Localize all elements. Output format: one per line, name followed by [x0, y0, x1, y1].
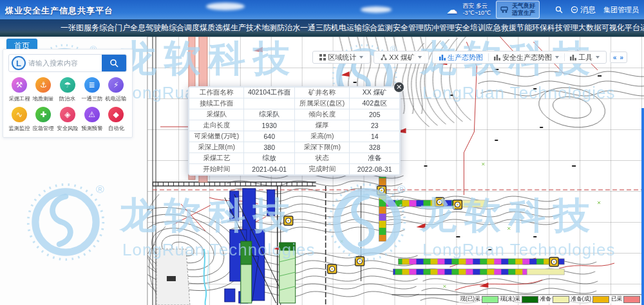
messages-button[interactable]: 消息: [571, 5, 596, 15]
main-nav: 一张图服务 综合门户 全息驾驶舱 综合调度 煤质选煤 生产技术 地测防治水 一通…: [0, 19, 644, 37]
panel-collapse-button[interactable]: « »: [610, 51, 627, 63]
emergency-icon: ✚: [35, 107, 51, 122]
message-icon: [571, 6, 578, 14]
production-situation-button[interactable]: 生产态势图: [437, 53, 486, 62]
app-anquan-fengxian[interactable]: ◈安全风险: [55, 107, 80, 133]
mining-works-icon: ⚒: [12, 77, 27, 93]
legend-swatch: [592, 296, 609, 303]
tools-button[interactable]: 工具: [567, 53, 602, 62]
content-area: ® ® ® ® 龙软科技 龙软科技 LongRuan T: [0, 37, 644, 305]
legend-swatch: [522, 296, 538, 303]
longruan-logo-icon: L: [12, 56, 26, 70]
app-yitong-sanfang[interactable]: ≣一通三防: [80, 77, 104, 103]
longruan-dragon-logo: ®: [26, 182, 106, 262]
mine-node-icon: [381, 54, 387, 60]
warning-icon: ⚠: [84, 107, 100, 122]
chart-icon: [439, 54, 446, 60]
region-stats-icon: [319, 54, 326, 60]
monitoring-icon: ∿: [12, 107, 27, 122]
cloud-icon: ☁: [447, 3, 458, 17]
workface-info-dialog: ✕ 工作面名称402104工作面 矿井名称XX 煤矿 接续工作面 所属采区(盘区…: [188, 86, 401, 176]
nav-item[interactable]: 地测防治水: [261, 23, 300, 33]
chevron-down-icon: [418, 56, 422, 59]
nav-item[interactable]: 防冲管理: [424, 23, 455, 33]
close-icon[interactable]: ✕: [393, 82, 404, 93]
weather-widget: ☁ 西安 多云 -3℃~10℃ 天气良好 适宜生产: [447, 1, 644, 18]
current-user[interactable]: 集团管理员: [603, 5, 639, 15]
nav-item[interactable]: 机电运输: [331, 23, 362, 33]
nav-item[interactable]: 全息驾驶舱: [130, 23, 169, 33]
map-scrollbar[interactable]: [641, 108, 644, 305]
geology-survey-icon: ⚓: [35, 77, 51, 93]
cloud-decoration: [361, 6, 392, 13]
map-toolbar: 区域统计 XX 煤矿 生产态势图 安全生产态势图: [312, 51, 627, 64]
app-jidian-yunshu[interactable]: ⚡机电运输: [104, 77, 128, 103]
search-button[interactable]: [102, 54, 126, 72]
app-jiance-jiankong[interactable]: ∿监测监控: [7, 107, 32, 133]
legend-swatch: [623, 296, 640, 303]
tools-icon: [570, 54, 576, 60]
app-shortcut-grid: ⚒采掘工程 ⚓地质测量 ☂防治水 ≣一通三防 ⚡机电运输 ∿监测监控 ✚应急管理…: [3, 75, 132, 135]
chevron-down-icon: [555, 56, 559, 59]
chevron-down-icon: [359, 56, 363, 59]
nav-item[interactable]: 生产技术: [231, 23, 261, 33]
chevron-down-icon: [596, 56, 600, 59]
nav-item[interactable]: 一通三防: [300, 23, 331, 33]
cloud-decoration: [206, 3, 245, 10]
app-yuce-yujing[interactable]: ⚠预测预警: [80, 107, 104, 133]
electromechanical-icon: ⚡: [108, 77, 124, 93]
surface-gray-area: [156, 249, 190, 305]
nav-item[interactable]: 安全培训: [455, 23, 486, 33]
svg-text:®: ®: [96, 183, 104, 196]
sidebar-quick-panel: L ⚒采掘工程 ⚓地质测量 ☂防治水 ≣一通三防 ⚡机电运输 ∿监测监控 ✚应急…: [3, 49, 133, 138]
top-banner: 煤业安全生产信息共享平台 ☁ 西安 多云 -3℃~10℃ 天气良好 适宜生产: [0, 0, 644, 37]
search-icon: [109, 59, 118, 68]
mine-cart-icon: [500, 6, 509, 14]
app-caijue-gongcheng[interactable]: ⚒采掘工程: [7, 77, 32, 103]
app-fangzhishui[interactable]: ☂防治水: [55, 77, 80, 103]
app-window: { "banner": { "title": "煤业安全生产信息共享平台", "…: [0, 0, 644, 305]
legend-swatch: [482, 296, 498, 303]
nav-item[interactable]: 科技管理: [547, 23, 578, 33]
automation-icon: ◆: [108, 107, 124, 122]
nav-item[interactable]: 节能环保: [516, 23, 547, 33]
ventilation-icon: ≣: [84, 77, 100, 93]
search-input[interactable]: [28, 59, 102, 67]
chart-icon: [494, 54, 500, 60]
mining-status-legend: 现(已)采 现(未)采 准备 准备(成) 已采: [459, 295, 641, 304]
nav-item[interactable]: 安全管理: [393, 23, 424, 33]
safety-production-situation-button[interactable]: 安全生产态势图: [491, 53, 562, 62]
nav-item[interactable]: 煤质选煤: [200, 23, 231, 33]
nav-item[interactable]: 综合监测: [362, 23, 393, 33]
app-dizhi-celiang[interactable]: ⚓地质测量: [32, 77, 56, 103]
legend-swatch: [553, 296, 569, 303]
nav-item[interactable]: 平台运维: [625, 23, 644, 33]
region-stats-button[interactable]: 区域统计: [317, 53, 366, 62]
search-icon[interactable]: [555, 6, 563, 14]
workface-info-table: 工作面名称402104工作面 矿井名称XX 煤矿 接续工作面 所属采区(盘区)4…: [189, 87, 400, 175]
mine-select-button[interactable]: XX 煤矿: [378, 53, 424, 62]
production-weather-badge: 天气良好 适宜生产: [496, 1, 540, 19]
water-control-icon: ☂: [60, 77, 75, 93]
nav-item[interactable]: 大数据可视化: [578, 23, 625, 33]
nav-item[interactable]: 综合门户: [99, 23, 130, 33]
weather-text: 西安 多云 -3℃~10℃: [463, 3, 491, 17]
app-zidonghua[interactable]: ◆自动化: [104, 107, 128, 133]
nav-item[interactable]: 应急救援: [486, 23, 516, 33]
app-yingji-guanli[interactable]: ✚应急管理: [32, 107, 56, 133]
nav-item[interactable]: 综合调度: [169, 23, 200, 33]
nav-item[interactable]: 一张图服务: [61, 23, 99, 33]
platform-title: 煤业安全生产信息共享平台: [5, 5, 113, 17]
safety-risk-icon: ◈: [60, 107, 75, 122]
